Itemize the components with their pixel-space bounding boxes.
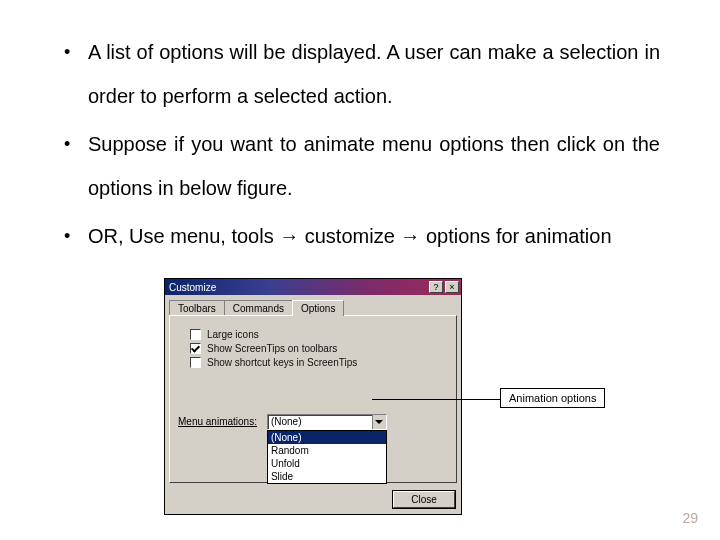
menu-animations-label: Menu animations: xyxy=(178,414,257,427)
bullet-item-1: A list of options will be displayed. A u… xyxy=(60,30,660,118)
option-none[interactable]: (None) xyxy=(268,431,386,444)
checkbox-shortcut-keys[interactable]: Show shortcut keys in ScreenTips xyxy=(190,357,448,368)
tab-strip: Toolbars Commands Options xyxy=(165,295,461,315)
combo-value: (None) xyxy=(268,415,372,429)
checkbox-label: Large icons xyxy=(207,329,259,340)
dialog-footer: Close xyxy=(165,487,461,514)
tab-options[interactable]: Options xyxy=(292,300,344,316)
callout-annotation: Animation options xyxy=(500,388,605,408)
checkbox-large-icons[interactable]: Large icons xyxy=(190,329,448,340)
bullet-list: A list of options will be displayed. A u… xyxy=(60,30,660,258)
option-random[interactable]: Random xyxy=(268,444,386,457)
option-unfold[interactable]: Unfold xyxy=(268,457,386,470)
checkbox-label: Show shortcut keys in ScreenTips xyxy=(207,357,357,368)
customize-dialog: Customize ? × Toolbars Commands Options … xyxy=(164,278,462,515)
dialog-titlebar: Customize ? × xyxy=(165,279,461,295)
checkbox-icon xyxy=(190,357,201,368)
close-icon[interactable]: × xyxy=(445,281,459,293)
checkbox-icon xyxy=(190,329,201,340)
chevron-down-icon[interactable] xyxy=(372,415,386,429)
menu-animations-combo[interactable]: (None) (None) Random Unfold Slide xyxy=(267,414,387,484)
page-number: 29 xyxy=(682,510,698,526)
tab-toolbars[interactable]: Toolbars xyxy=(169,300,225,316)
combo-dropdown: (None) Random Unfold Slide xyxy=(267,430,387,484)
dialog-title: Customize xyxy=(169,282,427,293)
option-slide[interactable]: Slide xyxy=(268,470,386,483)
callout-connector xyxy=(372,399,500,400)
close-button[interactable]: Close xyxy=(393,491,455,508)
bullet-item-2: Suppose if you want to animate menu opti… xyxy=(60,122,660,210)
checkbox-label: Show ScreenTips on toolbars xyxy=(207,343,337,354)
checkbox-screentips[interactable]: Show ScreenTips on toolbars xyxy=(190,343,448,354)
help-button[interactable]: ? xyxy=(429,281,443,293)
checkbox-icon xyxy=(190,343,201,354)
tab-commands[interactable]: Commands xyxy=(224,300,293,316)
bullet-item-3: OR, Use menu, tools → customize → option… xyxy=(60,214,660,258)
